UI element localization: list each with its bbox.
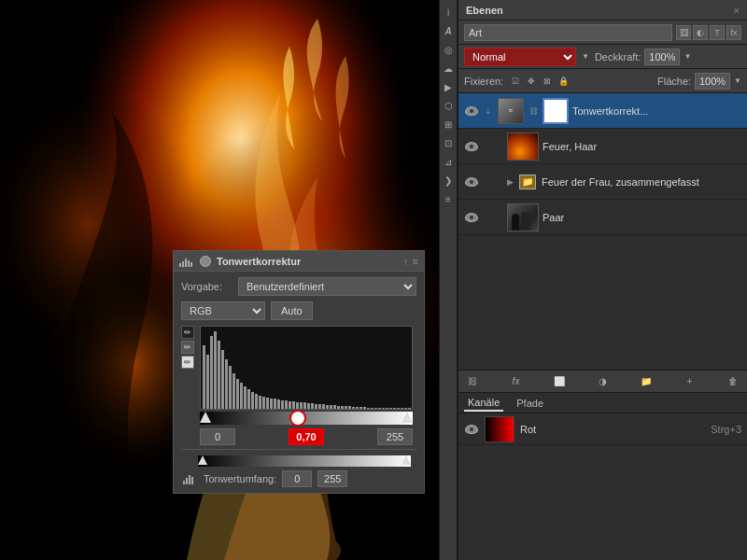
add-group-btn[interactable]: 📁 — [638, 373, 655, 390]
vt-a-btn[interactable]: A — [440, 22, 457, 39]
layers-bottom-bar: ⛓ fx ⬜ ◑ 📁 + 🗑 — [458, 370, 747, 392]
svg-rect-47 — [356, 407, 359, 409]
vt-grid1-btn[interactable]: ⊞ — [440, 116, 457, 133]
opacity-arrow[interactable]: ▼ — [684, 52, 691, 61]
add-style-btn[interactable]: fx — [508, 373, 525, 390]
histogram-icon — [179, 256, 194, 267]
vt-cloud-btn[interactable]: ☁ — [440, 60, 457, 77]
properties-menu-icon[interactable]: ≡ — [413, 256, 418, 267]
input-slider-track[interactable] — [200, 412, 413, 425]
svg-rect-34 — [307, 403, 310, 409]
layer-item-tonwert[interactable]: ⇣ ≈ ⛓ Tonwertkorrekt... — [458, 93, 747, 129]
layer-visibility-tonwert[interactable] — [464, 104, 479, 119]
opacity-input[interactable] — [644, 49, 680, 65]
layer-name-tonwert: Tonwertkorrekt... — [572, 105, 741, 117]
vt-menu-btn[interactable]: ≡ — [440, 190, 457, 207]
preset-select[interactable]: Benutzerdefiniert — [238, 277, 416, 296]
group-arrow-feuer-frau[interactable]: ▶ — [507, 177, 514, 187]
output-min-thumb[interactable] — [198, 455, 207, 465]
black-point-thumb[interactable] — [200, 412, 211, 423]
layer-name-feuer-haar: Feuer, Haar — [543, 141, 741, 152]
vt-grid2-btn[interactable]: ⊡ — [440, 134, 457, 151]
layer-thumb-feuer-haar — [507, 133, 539, 161]
channel-thumb-rot — [485, 416, 514, 442]
fix-lock-btn[interactable]: 🔒 — [557, 75, 570, 88]
opacity-row: Deckkraft: ▼ — [595, 49, 691, 65]
eye-icon-rot — [465, 425, 478, 434]
vt-triangle-btn[interactable]: ⊿ — [440, 153, 457, 170]
right-panel: Ebenen × 🖼 ◐ T fx Normal ▼ Deckkraft: — [458, 0, 747, 560]
svg-rect-28 — [285, 400, 288, 409]
pfade-tab[interactable]: Pfade — [513, 396, 547, 411]
filter-adjust-btn[interactable]: ◐ — [693, 25, 708, 40]
vt-info-btn[interactable]: i — [440, 4, 457, 21]
svg-rect-44 — [345, 406, 347, 409]
input-min-field[interactable] — [200, 428, 235, 445]
panel-mode-icon[interactable] — [200, 256, 211, 267]
eye-icon-tonwert — [465, 106, 478, 116]
filter-icons: 🖼 ◐ T fx — [676, 25, 741, 40]
properties-title-right: ↑ ≡ — [403, 256, 418, 267]
layers-header: Ebenen × — [458, 0, 747, 21]
layers-close-btn[interactable]: × — [734, 5, 740, 16]
flaeche-arrow[interactable]: ▼ — [734, 77, 741, 85]
black-point-eyedropper[interactable]: ✏ — [181, 326, 194, 339]
properties-titlebar: Tonwertkorrektur ↑ ≡ — [174, 251, 424, 272]
filter-type-btn[interactable]: T — [710, 25, 725, 40]
svg-rect-30 — [292, 401, 295, 409]
flaeche-input[interactable] — [695, 73, 730, 90]
input-max-field[interactable] — [377, 428, 413, 445]
preset-label: Vorgabe: — [181, 281, 233, 292]
link-layers-btn[interactable]: ⛓ — [464, 373, 481, 390]
filter-effect-btn[interactable]: fx — [726, 25, 741, 40]
layer-item-paar[interactable]: Paar — [458, 200, 747, 235]
properties-cursor-icon: ↑ — [403, 256, 409, 267]
layer-visibility-feuer-frau[interactable] — [464, 175, 479, 189]
svg-rect-21 — [259, 396, 261, 409]
blend-mode-select[interactable]: Normal — [464, 48, 576, 66]
layer-visibility-paar[interactable] — [464, 210, 479, 225]
channel-item-rot[interactable]: Rot Strg+3 — [458, 413, 747, 445]
vt-play-btn[interactable]: ▶ — [440, 78, 457, 95]
layer-item-feuer-frau[interactable]: ▶ 📁 Feuer der Frau, zusammengefasst — [458, 164, 747, 200]
output-slider-track[interactable] — [198, 455, 411, 467]
add-layer-btn[interactable]: + — [682, 373, 698, 390]
svg-rect-53 — [378, 408, 381, 409]
search-input[interactable] — [469, 27, 668, 38]
output-min-field[interactable] — [282, 470, 312, 487]
white-point-thumb[interactable] — [402, 412, 413, 423]
auto-button[interactable]: Auto — [271, 301, 313, 320]
vt-target-btn[interactable]: ◎ — [440, 41, 457, 58]
white-point-eyedropper[interactable]: ✏ — [181, 356, 194, 369]
fix-move-btn[interactable]: ✥ — [525, 75, 538, 88]
input-gamma-field[interactable] — [289, 428, 324, 445]
layer-name-feuer-frau: Feuer der Frau, zusammengefasst — [542, 176, 741, 188]
filter-image-btn[interactable]: 🖼 — [676, 25, 691, 40]
svg-rect-61 — [408, 408, 411, 409]
add-adjustment-btn[interactable]: ◑ — [595, 373, 612, 390]
output-max-thumb[interactable] — [402, 455, 411, 465]
fix-check-btn[interactable]: ☑ — [509, 75, 522, 88]
channels-section: Kanäle Pfade Rot Strg+3 — [458, 392, 747, 560]
fix-gradient-btn[interactable]: ⊠ — [541, 75, 554, 88]
output-section: Tonwertumfang: — [181, 449, 416, 487]
gray-point-eyedropper[interactable]: ✏ — [181, 341, 194, 354]
output-max-field[interactable] — [317, 470, 347, 487]
layer-link-icon: ⇣ — [483, 106, 494, 116]
svg-rect-19 — [251, 392, 254, 409]
svg-rect-29 — [289, 401, 291, 409]
delete-layer-btn[interactable]: 🗑 — [725, 373, 741, 390]
kanale-tab[interactable]: Kanäle — [464, 395, 503, 412]
svg-rect-22 — [262, 397, 265, 409]
gamma-thumb[interactable] — [289, 410, 306, 427]
add-mask-btn[interactable]: ⬜ — [551, 373, 568, 390]
svg-rect-17 — [244, 386, 247, 409]
channel-visibility-rot[interactable] — [464, 422, 479, 437]
layer-item-feuer-haar[interactable]: Feuer, Haar — [458, 129, 747, 164]
vt-hex-btn[interactable]: ⬡ — [440, 97, 457, 114]
channel-select[interactable]: RGB — [181, 301, 265, 320]
svg-rect-32 — [300, 402, 303, 409]
blend-dropdown-arrow[interactable]: ▼ — [582, 52, 589, 61]
layer-visibility-feuer-haar[interactable] — [464, 139, 479, 154]
vt-arrow-btn[interactable]: ❯ — [440, 172, 457, 189]
